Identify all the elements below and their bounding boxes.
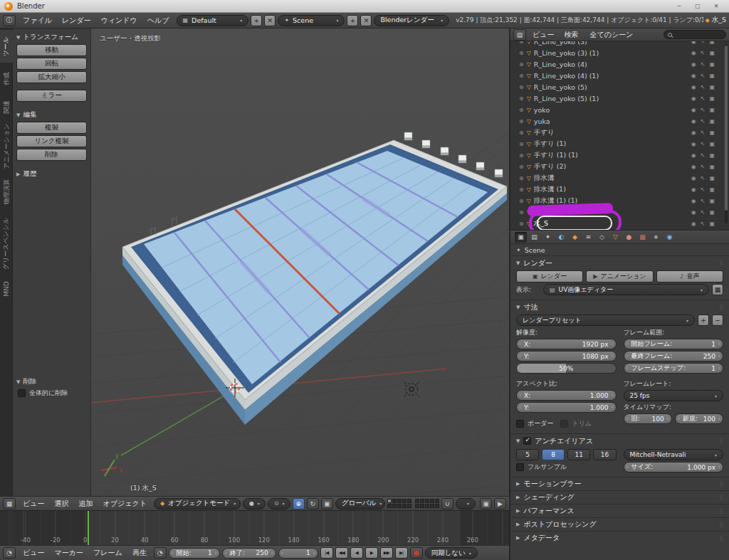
renderable-icon[interactable]: ▣: [709, 152, 715, 159]
panel-header[interactable]: ▶ ポストプロセッシング ⣿: [510, 517, 729, 531]
linked-duplicate-button[interactable]: リンク複製: [16, 135, 87, 147]
checkbox[interactable]: [516, 420, 524, 428]
tab-particles-icon[interactable]: ∗: [650, 232, 662, 243]
renderable-icon[interactable]: ▣: [709, 107, 715, 113]
tool-tab-relations[interactable]: 関連: [0, 94, 13, 120]
selectable-icon[interactable]: ↖: [701, 61, 706, 68]
menu-item[interactable]: オブジェクト: [98, 499, 151, 509]
eye-icon[interactable]: ◉: [691, 130, 696, 136]
outliner-row[interactable]: ⊕ ▽ 手すり (2) ◉ ↖ ▣: [510, 161, 723, 172]
renderable-icon[interactable]: ▣: [709, 198, 715, 204]
outliner-scrollbar[interactable]: [725, 44, 728, 223]
tool-tab-tools[interactable]: ツール: [0, 30, 13, 63]
selectable-icon[interactable]: ↖: [701, 198, 706, 204]
checkbox[interactable]: [560, 420, 568, 428]
scrollbar-thumb[interactable]: [725, 46, 728, 211]
object-name[interactable]: 手すり (1): [534, 139, 566, 149]
eye-icon[interactable]: ◉: [691, 186, 696, 193]
selectable-icon[interactable]: ↖: [701, 50, 706, 56]
start-frame-field[interactable]: 開始フレーム:1: [624, 339, 724, 349]
eye-icon[interactable]: ◉: [691, 175, 696, 181]
timeline-ruler[interactable]: -40-200204060801001201401601802002202402…: [0, 510, 509, 545]
selectable-icon[interactable]: ↖: [701, 141, 706, 147]
shading-dropdown[interactable]: ● ▾: [243, 498, 266, 509]
delete-globally-option[interactable]: 全体的に削除: [15, 388, 88, 398]
opengl-render-button[interactable]: ▣: [480, 498, 492, 509]
remap-new-field[interactable]: 新規:100: [675, 413, 723, 424]
selectable-icon[interactable]: ↖: [701, 95, 706, 102]
renderable-icon[interactable]: ▣: [709, 95, 715, 102]
selectable-icon[interactable]: ↖: [701, 118, 706, 125]
outliner-row[interactable]: ⊕ ▽ 排水溝 ◉ ↖ ▣: [510, 172, 723, 184]
object-name[interactable]: 手すり: [534, 128, 555, 137]
aa-filter-dropdown[interactable]: Mitchell-Netravali▾: [624, 449, 724, 460]
object-name[interactable]: 排水溝 (1): [534, 185, 566, 194]
expand-icon[interactable]: ⊕: [519, 175, 524, 181]
move-button[interactable]: 移動: [16, 44, 87, 56]
snap-dropdown[interactable]: ▾: [456, 498, 476, 509]
selectable-icon[interactable]: ↖: [701, 41, 706, 45]
tab-texture-icon[interactable]: ▩: [636, 232, 649, 243]
samples-16-button[interactable]: 16: [593, 449, 616, 460]
menu-item[interactable]: ビュー: [18, 499, 49, 509]
scene-dropdown[interactable]: ✦ Scene ▾: [278, 15, 345, 26]
layers-widget[interactable]: [387, 499, 439, 508]
snap-magnet-button[interactable]: ∪: [441, 498, 453, 509]
remove-preset-button[interactable]: −: [712, 315, 723, 326]
aspect-y-field[interactable]: Y:1.000: [516, 402, 617, 413]
viewport-3d[interactable]: x y ユーザー・透視投影 (1) 水_S: [91, 28, 509, 496]
crop-option[interactable]: トリム: [560, 418, 592, 429]
panel-grip-icon[interactable]: ⣿: [719, 522, 723, 528]
current-frame-field[interactable]: 1: [278, 548, 318, 559]
eye-icon[interactable]: ◉: [691, 61, 696, 68]
eye-icon[interactable]: ◉: [691, 95, 696, 102]
delete-layout-button[interactable]: ✕: [264, 15, 276, 26]
play-button[interactable]: ▶: [365, 547, 378, 559]
edit-panel-header[interactable]: ▼編集: [15, 109, 88, 121]
renderable-icon[interactable]: ▣: [709, 84, 715, 90]
tool-tab-animation[interactable]: アニメーション: [0, 122, 13, 169]
outliner-scope-dropdown[interactable]: 全てのシーン: [584, 30, 638, 40]
expand-icon[interactable]: ⊕: [519, 164, 524, 170]
render-preset-dropdown[interactable]: レンダープリセット ▾: [516, 315, 695, 326]
transform-panel-header[interactable]: ▼トランスフォーム: [15, 31, 88, 43]
object-name[interactable]: R_Line_yoko (3) (1): [534, 49, 599, 57]
screen-layout-dropdown[interactable]: ▦ Default ▾: [177, 15, 249, 26]
aa-size-field[interactable]: サイズ:1.000 px: [624, 462, 724, 472]
delete-scene-button[interactable]: ✕: [360, 15, 372, 26]
menu-item[interactable]: ファイル: [18, 16, 57, 26]
object-name[interactable]: R_Line_yoko (5): [534, 83, 587, 91]
panel-header[interactable]: ▶ シェーディング ⣿: [510, 490, 729, 504]
object-name[interactable]: yoko: [534, 106, 550, 114]
animation-button[interactable]: ▶アニメーション: [586, 270, 653, 282]
renderable-icon[interactable]: ▣: [709, 73, 715, 79]
expand-icon[interactable]: ⊕: [519, 84, 524, 90]
renderable-icon[interactable]: ▣: [709, 186, 715, 193]
menu-item[interactable]: フレーム: [88, 548, 127, 558]
selectable-icon[interactable]: ↖: [701, 221, 706, 227]
panel-header[interactable]: ▶ メタデータ ⣿: [510, 531, 729, 544]
history-panel-header[interactable]: ▶履歴: [15, 168, 88, 180]
selectable-icon[interactable]: ↖: [701, 107, 706, 113]
tab-render-icon[interactable]: ▣: [515, 232, 527, 243]
outliner-row[interactable]: ⊕ ▽ R_Line_yoko (4) ◉ ↖ ▣: [510, 58, 723, 70]
antialiasing-checkbox[interactable]: [523, 437, 531, 445]
menu-item[interactable]: 追加: [73, 499, 98, 509]
end-frame-field[interactable]: 最終フレーム:250: [624, 351, 724, 361]
selectable-icon[interactable]: ↖: [701, 164, 706, 170]
pivot-dropdown[interactable]: ⊙ ▾: [268, 498, 290, 509]
expand-icon[interactable]: ⊕: [519, 186, 524, 193]
samples-8-button[interactable]: 8: [542, 449, 565, 460]
renderable-icon[interactable]: ▣: [709, 209, 715, 216]
duplicate-button[interactable]: 複製: [16, 122, 87, 134]
resolution-y-field[interactable]: Y:1080 px: [516, 351, 617, 361]
tab-physics-icon[interactable]: ◉: [664, 232, 676, 243]
panel-grip-icon[interactable]: ⣿: [719, 495, 723, 501]
renderable-icon[interactable]: ▣: [709, 141, 715, 147]
menu-item[interactable]: ウィンドウ: [96, 16, 142, 26]
eye-icon[interactable]: ◉: [691, 107, 696, 113]
expand-icon[interactable]: ⊕: [519, 118, 524, 125]
panel-grip-icon[interactable]: ⣿: [719, 438, 723, 444]
outliner-row[interactable]: ⊕ ▽ R_Line_yoko (4) (1) ◉ ↖ ▣: [510, 70, 723, 81]
display-dropdown[interactable]: ▤ UV画像エディター ▾: [543, 284, 709, 295]
